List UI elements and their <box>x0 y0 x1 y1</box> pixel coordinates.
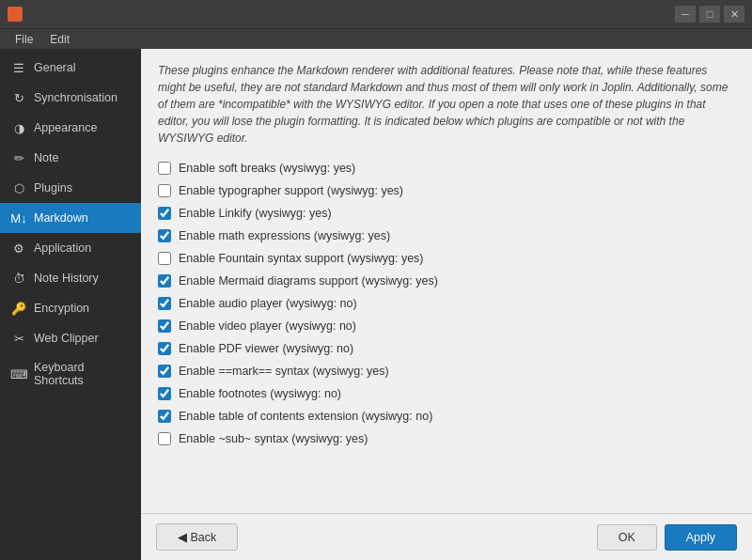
general-icon: ☰ <box>11 60 26 75</box>
label-footnotes[interactable]: Enable footnotes (wysiwyg: no) <box>179 387 341 400</box>
button-bar: ◀ Back OK Apply <box>141 513 752 560</box>
checkbox-video-player[interactable] <box>158 319 171 333</box>
label-audio-player[interactable]: Enable audio player (wysiwyg: no) <box>179 297 357 310</box>
sidebar-label-note: Note <box>34 151 58 164</box>
back-button[interactable]: ◀ Back <box>156 523 238 551</box>
checkbox-linkify[interactable] <box>158 207 171 220</box>
sidebar-label-synchronisation: Synchronisation <box>34 91 118 104</box>
title-bar: ─ □ ✕ <box>0 0 752 28</box>
option-sub-syntax: Enable ~sub~ syntax (wysiwyg: yes) <box>158 432 735 445</box>
sidebar-item-synchronisation[interactable]: ↻Synchronisation <box>0 83 141 113</box>
label-sub-syntax[interactable]: Enable ~sub~ syntax (wysiwyg: yes) <box>179 432 368 445</box>
option-math: Enable math expressions (wysiwyg: yes) <box>158 229 735 242</box>
sidebar-label-plugins: Plugins <box>34 181 72 194</box>
title-bar-left <box>8 7 28 22</box>
option-soft-breaks: Enable soft breaks (wysiwyg: yes) <box>158 162 735 175</box>
note-icon: ✏ <box>11 150 26 165</box>
ok-button[interactable]: OK <box>597 524 657 551</box>
checkbox-mermaid[interactable] <box>158 274 171 288</box>
markdown-icon: M↓ <box>11 210 26 226</box>
checkbox-footnotes[interactable] <box>158 387 171 400</box>
window-controls: ─ □ ✕ <box>675 6 744 23</box>
label-linkify[interactable]: Enable Linkify (wysiwyg: yes) <box>179 207 332 220</box>
checkbox-soft-breaks[interactable] <box>158 162 171 175</box>
label-math[interactable]: Enable math expressions (wysiwyg: yes) <box>179 229 390 242</box>
apply-button[interactable]: Apply <box>665 524 737 551</box>
sidebar-item-markdown[interactable]: M↓Markdown <box>0 203 141 233</box>
label-video-player[interactable]: Enable video player (wysiwyg: no) <box>179 319 356 333</box>
sidebar-item-keyboard-shortcuts[interactable]: ⌨Keyboard Shortcuts <box>0 353 141 395</box>
main-container: ☰General↻Synchronisation◑Appearance✏Note… <box>0 49 752 560</box>
checkbox-mark-syntax[interactable] <box>158 365 171 378</box>
sidebar: ☰General↻Synchronisation◑Appearance✏Note… <box>0 49 141 560</box>
appearance-icon: ◑ <box>11 120 26 135</box>
option-pdf-viewer: Enable PDF viewer (wysiwyg: no) <box>158 342 735 355</box>
sidebar-item-note-history[interactable]: ⏱Note History <box>0 263 141 293</box>
sidebar-label-note-history: Note History <box>34 272 99 285</box>
sidebar-label-application: Application <box>34 241 91 255</box>
label-pdf-viewer[interactable]: Enable PDF viewer (wysiwyg: no) <box>179 342 353 355</box>
menu-edit[interactable]: Edit <box>42 31 77 48</box>
checkbox-sub-syntax[interactable] <box>158 432 171 445</box>
application-icon: ⚙ <box>11 241 26 256</box>
checkbox-toc[interactable] <box>158 410 171 423</box>
sidebar-item-plugins[interactable]: ⬡Plugins <box>0 173 141 203</box>
option-mark-syntax: Enable ==mark== syntax (wysiwyg: yes) <box>158 365 735 378</box>
sidebar-item-application[interactable]: ⚙Application <box>0 233 141 263</box>
option-audio-player: Enable audio player (wysiwyg: no) <box>158 297 735 310</box>
checkbox-typographer[interactable] <box>158 184 171 197</box>
option-video-player: Enable video player (wysiwyg: no) <box>158 319 735 333</box>
option-fountain: Enable Fountain syntax support (wysiwyg:… <box>158 252 735 265</box>
note-history-icon: ⏱ <box>11 271 26 286</box>
menu-file[interactable]: File <box>8 31 40 48</box>
description-text: These plugins enhance the Markdown rende… <box>158 62 735 147</box>
sidebar-label-encryption: Encryption <box>34 302 89 315</box>
sidebar-item-appearance[interactable]: ◑Appearance <box>0 113 141 143</box>
label-mark-syntax[interactable]: Enable ==mark== syntax (wysiwyg: yes) <box>179 365 389 378</box>
option-typographer: Enable typographer support (wysiwyg: yes… <box>158 184 735 197</box>
sidebar-label-web-clipper: Web Clipper <box>34 332 99 345</box>
checkbox-audio-player[interactable] <box>158 297 171 310</box>
sidebar-label-appearance: Appearance <box>34 121 97 134</box>
sidebar-label-keyboard-shortcuts: Keyboard Shortcuts <box>34 361 130 387</box>
maximize-button[interactable]: □ <box>699 6 720 23</box>
option-mermaid: Enable Mermaid diagrams support (wysiwyg… <box>158 274 735 288</box>
app-icon <box>8 7 23 22</box>
menu-bar: File Edit <box>0 28 752 49</box>
minimize-button[interactable]: ─ <box>675 6 696 23</box>
plugins-icon: ⬡ <box>11 180 26 195</box>
sidebar-item-encryption[interactable]: 🔑Encryption <box>0 293 141 323</box>
synchronisation-icon: ↻ <box>11 90 26 105</box>
label-toc[interactable]: Enable table of contents extension (wysi… <box>179 410 432 423</box>
checkbox-pdf-viewer[interactable] <box>158 342 171 355</box>
label-mermaid[interactable]: Enable Mermaid diagrams support (wysiwyg… <box>179 274 438 288</box>
checkbox-math[interactable] <box>158 229 171 242</box>
web-clipper-icon: ✂ <box>11 331 26 346</box>
label-typographer[interactable]: Enable typographer support (wysiwyg: yes… <box>179 184 403 197</box>
close-button[interactable]: ✕ <box>724 6 744 23</box>
label-fountain[interactable]: Enable Fountain syntax support (wysiwyg:… <box>179 252 424 265</box>
sidebar-item-general[interactable]: ☰General <box>0 53 141 83</box>
content-body: These plugins enhance the Markdown rende… <box>141 49 752 513</box>
sidebar-label-general: General <box>34 61 75 74</box>
keyboard-shortcuts-icon: ⌨ <box>11 366 26 381</box>
checkbox-fountain[interactable] <box>158 252 171 265</box>
option-toc: Enable table of contents extension (wysi… <box>158 410 735 423</box>
option-footnotes: Enable footnotes (wysiwyg: no) <box>158 387 735 400</box>
option-linkify: Enable Linkify (wysiwyg: yes) <box>158 207 735 220</box>
plugin-options-list: Enable soft breaks (wysiwyg: yes)Enable … <box>158 162 735 445</box>
encryption-icon: 🔑 <box>11 301 26 316</box>
sidebar-item-web-clipper[interactable]: ✂Web Clipper <box>0 323 141 353</box>
sidebar-item-note[interactable]: ✏Note <box>0 143 141 173</box>
content-panel: These plugins enhance the Markdown rende… <box>141 49 752 560</box>
label-soft-breaks[interactable]: Enable soft breaks (wysiwyg: yes) <box>179 162 355 175</box>
sidebar-label-markdown: Markdown <box>34 211 88 225</box>
